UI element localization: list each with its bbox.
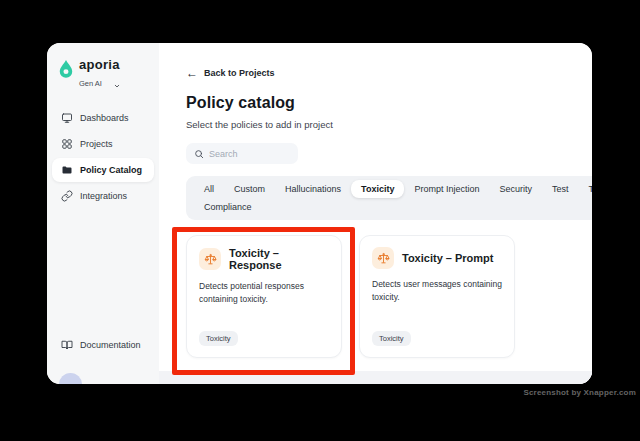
policy-card-toxicity-prompt[interactable]: Toxicity – Prompt Detects user messages …: [359, 235, 515, 358]
content-bottom-strip: [159, 371, 592, 384]
sidebar-item-label: Projects: [80, 139, 113, 149]
tabs-row-2: Compliance: [194, 198, 592, 216]
tab-hallucinations[interactable]: Hallucinations: [275, 180, 351, 198]
back-link-label: Back to Projects: [204, 68, 275, 78]
chevron-down-icon[interactable]: [113, 75, 121, 93]
search-box[interactable]: [186, 143, 298, 164]
scales-icon: [372, 247, 394, 269]
app-window: aporia Gen AI Dashboards: [47, 43, 592, 384]
tab-security[interactable]: Security: [489, 180, 542, 198]
sidebar-item-dashboards[interactable]: Dashboards: [52, 106, 154, 130]
card-description: Detects potential responses containing t…: [199, 280, 329, 306]
card-title: Toxicity – Response: [229, 247, 329, 271]
book-icon: [61, 339, 73, 351]
sidebar-item-documentation[interactable]: Documentation: [52, 333, 154, 357]
card-description: Detects user messages containing toxicit…: [372, 278, 502, 304]
brand-name: aporia: [79, 58, 121, 73]
tab-prompt-injection[interactable]: Prompt Injection: [404, 180, 489, 198]
sidebar-item-label: Integrations: [80, 191, 127, 201]
dashboards-icon: [61, 112, 73, 124]
aporia-logo-icon: [59, 58, 73, 78]
scales-icon: [199, 248, 221, 270]
sidebar-item-label: Documentation: [80, 340, 141, 350]
tab-topics[interactable]: Topics: [578, 180, 592, 198]
sidebar-nav: Dashboards Projects Policy Catalog: [47, 106, 159, 208]
sidebar-item-integrations[interactable]: Integrations: [52, 184, 154, 208]
back-to-projects-link[interactable]: ← Back to Projects: [186, 68, 592, 78]
page-subtitle: Select the policies to add in project: [186, 119, 592, 130]
search-icon: [194, 145, 204, 163]
card-title: Toxicity – Prompt: [402, 252, 493, 264]
workspace-name: Gen AI: [79, 79, 102, 88]
sidebar-item-label: Dashboards: [80, 113, 129, 123]
tab-test[interactable]: Test: [542, 180, 579, 198]
tabs-row-1: All Custom Hallucinations Toxicity Promp…: [194, 180, 592, 198]
card-tag-badge: Toxicity: [199, 331, 238, 346]
policy-cards: Toxicity – Response Detects potential re…: [186, 235, 592, 358]
search-input[interactable]: [209, 149, 290, 159]
page-title: Policy catalog: [186, 94, 592, 112]
policy-card-toxicity-response[interactable]: Toxicity – Response Detects potential re…: [186, 235, 342, 358]
workspace-switcher[interactable]: aporia Gen AI: [47, 58, 159, 93]
main-content: ← Back to Projects Policy catalog Select…: [159, 43, 592, 384]
card-tag-badge: Toxicity: [372, 331, 411, 346]
tab-custom[interactable]: Custom: [224, 180, 275, 198]
folder-icon: [61, 164, 73, 176]
back-arrow-icon: ←: [186, 69, 198, 78]
xnapper-watermark: Screenshot by Xnapper.com: [523, 388, 636, 397]
tab-all[interactable]: All: [194, 180, 224, 198]
sidebar: aporia Gen AI Dashboards: [47, 43, 159, 384]
policy-filter-tabs: All Custom Hallucinations Toxicity Promp…: [186, 176, 592, 220]
sidebar-item-policy-catalog[interactable]: Policy Catalog: [52, 158, 154, 182]
sidebar-item-label: Policy Catalog: [80, 165, 142, 175]
projects-grid-icon: [61, 138, 73, 150]
tab-toxicity[interactable]: Toxicity: [351, 180, 404, 198]
sidebar-item-projects[interactable]: Projects: [52, 132, 154, 156]
link-icon: [61, 190, 73, 202]
tab-compliance[interactable]: Compliance: [194, 198, 262, 216]
